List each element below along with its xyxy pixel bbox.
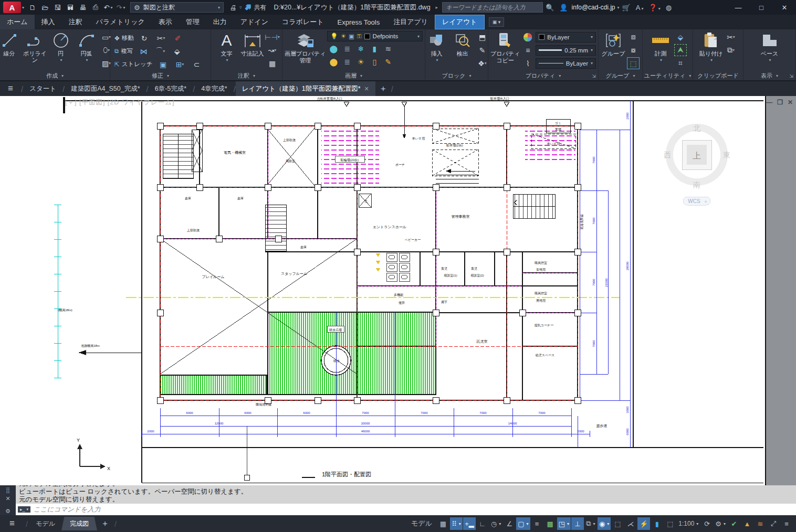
panel-properties-footer[interactable]: プロパティ▾⇲ [488,71,598,80]
ungroup-icon[interactable]: ⧈ [627,31,640,43]
layer-unlock2-icon[interactable]: ▯ [368,56,381,68]
drawing-canvas[interactable]: 自転車置場出入口駐車場出入口電気・機械室上部吹抜風除室駐輪場(23台)車いす用駐… [0,96,796,485]
help-icon[interactable]: ❓▾ [648,4,660,12]
base-view-button[interactable]: ベース▾ [758,31,782,71]
erase-icon[interactable]: ✐ [172,32,184,44]
command-grip-icon[interactable]: ⣿ [6,487,10,494]
measure-button[interactable]: 計測▾ [648,31,673,71]
circle-button[interactable]: 円▾ [49,31,73,71]
clean-screen[interactable]: ⤢ [767,517,780,530]
new-drawing-tab-button[interactable]: ＋ [375,81,391,96]
title-expand-caret-icon[interactable]: ▸ [436,5,438,10]
viewport-minimize-icon[interactable]: — [766,99,772,106]
file-tab-active[interactable]: レイアウト（建築）1階平面図兼配置図*✕ [236,81,375,96]
command-input-row[interactable]: ▸_ ▾ ここにコマンドを入力 [16,504,796,515]
ribbon-tab-表示[interactable]: 表示 [152,15,179,29]
line-button[interactable]: 線分 [0,31,22,71]
properties-launcher-icon[interactable]: ⇲ [592,73,596,79]
dynamic-ucs-toggle[interactable]: ⊥ [571,517,584,530]
viewport-controls[interactable]: [＋] [平面図] [2D ワイヤフレーム] [65,98,175,107]
polyline-button[interactable]: ポリライン [23,31,47,71]
command-customize-wrench-icon[interactable]: ⚙ [5,508,11,515]
panel-annotation-footer[interactable]: 注釈▾ [211,71,282,80]
model-paper-toggle[interactable]: モデル [407,517,436,530]
layout-tab-モデル[interactable]: モデル [29,517,61,530]
annotation-visibility[interactable]: ⋌ [624,517,637,530]
quick-select-icon[interactable]: ⬙ [674,31,687,43]
account-caret-icon[interactable]: ▾ [617,5,619,10]
view-launcher-icon[interactable]: ⇲ [789,73,793,79]
linear-dimension-icon[interactable]: ⊢⊣▾ [266,31,279,43]
object-color-selector[interactable]: ByLayer▾ [536,32,596,42]
health-dashboard-icon[interactable]: ◍ [666,4,672,12]
detect-block-button[interactable]: 検出 [451,31,475,71]
dynamic-input-toggle[interactable]: +▂ [463,517,476,530]
account-label[interactable]: info@cad-cdi.jp [572,4,615,11]
selection-cycling-toggle[interactable]: ⧉▾ [584,517,597,530]
text-button[interactable]: A 文字▾ [215,31,239,71]
workspace-settings[interactable]: ⚙▾ [714,517,727,530]
graphics-performance[interactable]: ▲ [741,517,753,530]
panel-clipboard-footer[interactable]: クリップボード [693,71,743,80]
ribbon-tab-注目アプリ[interactable]: 注目アプリ [386,15,435,29]
new-file-icon[interactable]: 🗋 [26,2,39,13]
file-tab[interactable]: 建築図面A4_S50_完成* [65,81,146,96]
search-input[interactable] [442,2,543,13]
ribbon-tab-管理[interactable]: 管理 [179,15,206,29]
redo-icon[interactable]: ↷▾ [114,2,127,13]
viewport-restore-icon[interactable]: ❐ [777,99,783,106]
plot-icon[interactable]: 🖶 [77,2,89,13]
group-select-toggle-icon[interactable]: ⬚ [627,57,640,69]
rotate-icon[interactable]: ↻ [138,32,151,44]
group-edit-icon[interactable]: ⧇ [627,44,640,56]
qat-overflow-caret-icon[interactable]: ▿ [239,5,242,10]
layer-thaw-icon[interactable]: ☀ [354,56,367,68]
user-icon[interactable]: 👤 [559,4,568,12]
panel-view-footer[interactable]: 表示▾⇲ [743,71,795,80]
app-logo[interactable]: A [3,2,21,13]
isodraft-toggle[interactable]: ∠ [503,517,516,530]
circle-caret-icon[interactable]: ▾ [60,57,62,63]
osnap-toggle[interactable]: ▢▾ [516,517,530,530]
explode-icon[interactable]: ⬙ [171,45,183,57]
group-button[interactable]: グループ [601,31,625,71]
panel-modify-footer[interactable]: 修正▾ [110,71,211,80]
minimize-button[interactable]: — [727,0,750,15]
layer-selector[interactable]: 💡 ☀ ▣ ⚿ Defpoints ▾ [327,31,423,41]
panel-groups-footer[interactable]: グループ▾ [599,71,642,80]
block-attributes-icon[interactable]: ❖▾ [476,57,489,69]
maximize-button[interactable]: □ [750,0,773,15]
command-close-icon[interactable]: ✕ [5,495,10,502]
lineweight-selector[interactable]: 0.25 mm▾ [536,45,596,56]
app-menu-caret-icon[interactable]: ▾ [22,5,24,10]
ribbon-tab-注釈[interactable]: 注釈 [62,15,89,29]
search-icon[interactable]: 🔍 [546,4,554,12]
layer-match-icon[interactable]: ≋ [382,42,394,55]
ribbon-tab-アドイン[interactable]: アドイン [234,15,275,29]
stretch-button[interactable]: ⇱ストレッチ [114,58,153,71]
publish-icon[interactable]: ⎙ [89,2,102,13]
close-button[interactable]: ✕ [773,0,796,15]
layer-prev-icon[interactable]: ≣ [341,56,353,68]
table-icon[interactable]: ▦ [266,57,279,69]
layer-properties-button[interactable]: 画層プロパティ管理 [285,31,326,71]
copy-button[interactable]: ⧉複写 [114,45,133,58]
select-window-icon[interactable]: ⮝ [674,44,687,56]
lineweight-toggle[interactable]: ≡ [531,517,543,530]
ribbon-tab-コラボレート[interactable]: コラボレート [275,15,331,29]
fillet-icon[interactable]: ⌒▾ [154,45,166,57]
panel-draw-footer[interactable]: 作成▾ [0,71,110,80]
selection-lasso[interactable]: ⬚ [611,517,624,530]
command-prompt-icon[interactable]: ▸_ ▾ [18,506,30,513]
layer-current-icon[interactable]: ⬤ [327,56,340,68]
command-history[interactable]: 元のモデル空間に切り替えます。 ビューポートはビュー ロックされています。ペーパ… [16,485,796,504]
cut-icon[interactable]: ✂▾ [725,31,737,43]
match-properties-button[interactable]: プロパティコピー [490,31,520,71]
transparency-toggle[interactable]: ▩ [544,517,557,530]
quick-plot-icon[interactable]: 🖨 [227,2,239,13]
layer-isolate-icon[interactable]: ≣ [341,42,353,55]
arc-caret-icon[interactable]: ▾ [86,57,88,63]
new-layout-button[interactable]: ＋ [97,518,113,529]
trim-icon[interactable]: ✂▾ [155,32,167,44]
layout-tab-完成図[interactable]: 完成図 [61,517,97,530]
